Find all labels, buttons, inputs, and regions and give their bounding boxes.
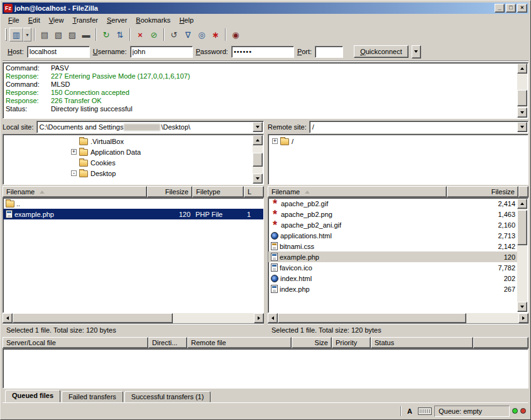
- tree-item[interactable]: +Application Data: [3, 146, 263, 157]
- menu-server[interactable]: Server: [102, 14, 131, 26]
- file-row[interactable]: apache_pb2.gif2,414: [268, 198, 518, 209]
- column-header-last-modified[interactable]: L: [244, 186, 264, 197]
- tree-expander[interactable]: +: [71, 149, 77, 155]
- menu-view[interactable]: View: [45, 14, 68, 26]
- scroll-up-button[interactable]: [517, 64, 527, 74]
- username-input[interactable]: [130, 46, 193, 58]
- tree-expander[interactable]: +: [272, 138, 278, 144]
- file-row[interactable]: bitnami.css2,142: [268, 241, 518, 251]
- column-header-remote-file[interactable]: Remote file: [187, 337, 292, 348]
- column-header-filetype[interactable]: Filetype: [192, 186, 244, 197]
- column-header-priority[interactable]: Priority: [332, 337, 371, 348]
- toggle-message-log-icon[interactable]: ▤: [38, 28, 52, 41]
- menu-edit[interactable]: Edit: [24, 14, 45, 26]
- menu-bookmarks[interactable]: Bookmarks: [131, 14, 175, 26]
- tree-item[interactable]: .VirtualBox: [3, 136, 263, 146]
- scroll-right-button[interactable]: [518, 313, 528, 323]
- encoding-indicator-icon[interactable]: A: [404, 406, 415, 416]
- scroll-left-button[interactable]: [268, 313, 278, 323]
- port-input[interactable]: [315, 46, 343, 58]
- file-row[interactable]: apache_pb2_ani.gif2,160: [268, 219, 518, 230]
- reconnect-icon[interactable]: ↺: [167, 28, 181, 41]
- file-row[interactable]: example.php120: [268, 251, 518, 262]
- scroll-thumb[interactable]: [253, 153, 263, 167]
- scroll-thumb[interactable]: [517, 90, 527, 106]
- quickconnect-button[interactable]: Quickconnect: [354, 45, 408, 58]
- scroll-down-button[interactable]: [517, 302, 527, 312]
- site-manager-icon[interactable]: ▥: [9, 28, 23, 41]
- refresh-icon[interactable]: ↻: [99, 28, 113, 41]
- remote-site-dropdown-button[interactable]: [517, 122, 527, 132]
- column-header-server-local-file[interactable]: Server/Local file: [3, 337, 148, 348]
- file-row[interactable]: applications.html2,713: [268, 230, 518, 241]
- toolbar-grip[interactable]: [5, 28, 7, 41]
- tree-expander[interactable]: -: [71, 170, 77, 176]
- tab-queued-files[interactable]: Queued files: [5, 390, 60, 402]
- toggle-remote-tree-icon[interactable]: ▨: [65, 28, 79, 41]
- scroll-down-button[interactable]: [517, 108, 527, 118]
- column-header-direction[interactable]: Directi...: [148, 337, 187, 348]
- tab-successful-transfers[interactable]: Successful transfers (1): [124, 391, 211, 402]
- quickconnect-dropdown-button[interactable]: [412, 45, 421, 58]
- remote-site-combo[interactable]: /: [309, 121, 528, 133]
- column-header-filename[interactable]: Filename: [3, 186, 147, 197]
- log-scrollbar[interactable]: [517, 64, 527, 118]
- php-file-icon: [271, 285, 278, 293]
- toolbar-separator: [96, 28, 97, 41]
- file-row[interactable]: ..: [3, 198, 263, 209]
- file-row[interactable]: example.php 120 PHP File 1: [3, 209, 263, 219]
- file-row[interactable]: apache_pb2.png1,463: [268, 209, 518, 219]
- remote-horizontal-scrollbar[interactable]: [268, 313, 528, 323]
- minimize-button[interactable]: _: [495, 4, 505, 13]
- folder-icon: [79, 138, 88, 145]
- local-site-dropdown-button[interactable]: [253, 122, 263, 132]
- scroll-thumb[interactable]: [517, 210, 527, 245]
- cancel-icon[interactable]: ×: [133, 28, 147, 41]
- password-input[interactable]: [231, 46, 294, 58]
- filter-icon[interactable]: ∇: [181, 28, 195, 41]
- tree-item[interactable]: -Desktop: [3, 168, 263, 179]
- scroll-thumb[interactable]: [278, 313, 466, 323]
- scroll-thumb[interactable]: [13, 313, 173, 323]
- tree-item[interactable]: +/: [268, 136, 528, 146]
- column-header-status[interactable]: Status: [371, 337, 473, 348]
- site-manager-dropdown-icon[interactable]: ▼: [23, 28, 31, 41]
- php-file-icon: [271, 253, 278, 261]
- menu-transfer[interactable]: Transfer: [68, 14, 102, 26]
- file-row[interactable]: index.php267: [268, 284, 518, 294]
- scroll-left-button[interactable]: [3, 313, 13, 323]
- titlebar[interactable]: Fz john@localhost - FileZilla _ □ ×: [3, 3, 528, 14]
- local-horizontal-scrollbar[interactable]: [3, 313, 264, 323]
- tree-item[interactable]: Cookies: [3, 157, 263, 168]
- column-header-filesize[interactable]: Filesize: [147, 186, 192, 197]
- column-header-filesize[interactable]: Filesize: [447, 186, 518, 197]
- scroll-right-button[interactable]: [254, 313, 264, 323]
- tab-failed-transfers[interactable]: Failed transfers: [62, 391, 123, 402]
- menu-file[interactable]: File: [4, 14, 24, 26]
- column-header-filename[interactable]: Filename: [268, 186, 447, 197]
- local-site-combo[interactable]: C:\Documents and Settings\Desktop\: [36, 121, 264, 133]
- find-files-icon[interactable]: ◉: [229, 28, 243, 41]
- close-button[interactable]: ×: [517, 4, 527, 13]
- local-path-prefix: C:\Documents and Settings: [40, 123, 124, 131]
- toggle-local-tree-icon[interactable]: ▧: [52, 28, 65, 41]
- queue-list[interactable]: [3, 348, 528, 389]
- maximize-button[interactable]: □: [506, 4, 516, 13]
- scroll-up-button[interactable]: [517, 199, 527, 209]
- menu-help[interactable]: Help: [175, 14, 198, 26]
- directory-comparison-icon[interactable]: ◎: [195, 28, 209, 41]
- file-row[interactable]: favicon.ico7,782: [268, 262, 518, 273]
- header-scroll-corner: [518, 186, 528, 197]
- remote-list-scrollbar[interactable]: [517, 199, 527, 312]
- column-header-size[interactable]: Size: [292, 337, 332, 348]
- scroll-up-button[interactable]: [253, 135, 263, 145]
- toggle-transfer-queue-icon[interactable]: ▬: [79, 28, 93, 41]
- file-row[interactable]: index.html202: [268, 273, 518, 284]
- local-tree-scrollbar[interactable]: [253, 135, 263, 184]
- keyboard-icon[interactable]: [418, 407, 432, 415]
- synchronized-browsing-icon[interactable]: ∗: [209, 28, 222, 41]
- scroll-down-button[interactable]: [253, 174, 263, 184]
- process-queue-icon[interactable]: ⇅: [113, 28, 127, 41]
- host-input[interactable]: [27, 46, 90, 58]
- disconnect-icon[interactable]: ⊘: [147, 28, 161, 41]
